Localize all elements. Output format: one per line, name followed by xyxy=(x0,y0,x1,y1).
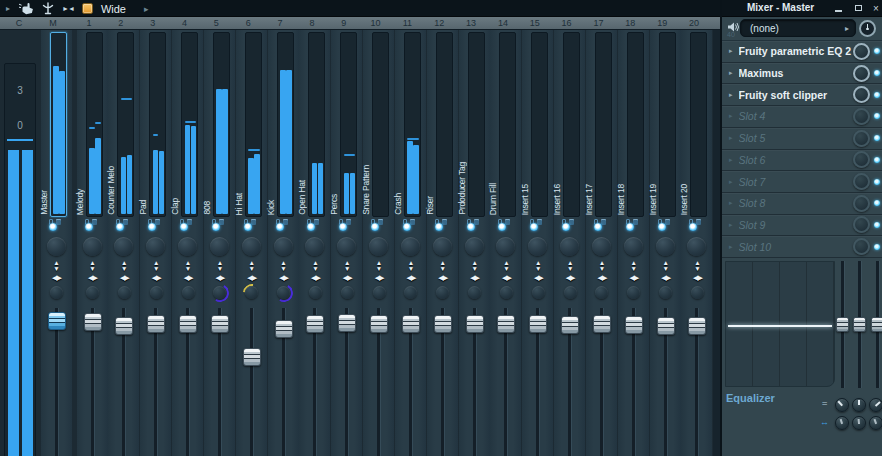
mute-led[interactable] xyxy=(371,223,379,231)
close-button[interactable]: × xyxy=(868,1,882,15)
pan-knob[interactable] xyxy=(274,237,293,256)
view-mode-label[interactable]: Wide xyxy=(101,3,126,15)
record-timer-icon[interactable] xyxy=(859,20,876,37)
effect-slot-5[interactable]: ▸Slot 5 xyxy=(722,128,882,150)
mixer-strip-master[interactable]: Master▲▼◀▶ xyxy=(41,30,72,456)
updown-arrows-icon[interactable]: ▲▼ xyxy=(50,260,64,271)
effect-slot-4[interactable]: ▸Slot 4 xyxy=(722,106,882,128)
updown-arrows-icon[interactable]: ▲▼ xyxy=(531,260,545,271)
pan-knob[interactable] xyxy=(305,237,324,256)
pan-knob[interactable] xyxy=(83,237,102,256)
leftright-arrows-icon[interactable]: ◀▶ xyxy=(149,273,163,282)
updown-arrows-icon[interactable]: ▲▼ xyxy=(595,260,609,271)
stereo-sep-knob[interactable] xyxy=(595,286,608,299)
mute-led[interactable] xyxy=(562,223,570,231)
mixer-strip-counter-melo[interactable]: Counter Melo▲▼◀▶ xyxy=(108,30,139,456)
slot-chevron-icon[interactable]: ▸ xyxy=(729,134,733,142)
leftright-arrows-icon[interactable]: ◀▶ xyxy=(117,273,131,282)
pan-knob[interactable] xyxy=(687,237,706,256)
eq-band-slider-handle[interactable] xyxy=(836,317,849,332)
mute-led[interactable] xyxy=(85,223,93,231)
mute-led[interactable] xyxy=(276,223,284,231)
eq-level-knob-1[interactable] xyxy=(835,398,849,412)
pan-knob[interactable] xyxy=(496,237,515,256)
pan-knob[interactable] xyxy=(47,237,66,256)
stereo-sep-knob[interactable] xyxy=(404,286,417,299)
mixer-strip-crash[interactable]: Crash▲▼◀▶ xyxy=(395,30,426,456)
leftright-arrows-icon[interactable]: ◀▶ xyxy=(436,273,450,282)
updown-arrows-icon[interactable]: ▲▼ xyxy=(340,260,354,271)
mute-led[interactable] xyxy=(498,223,506,231)
pan-knob[interactable] xyxy=(114,237,133,256)
leftright-arrows-icon[interactable]: ◀▶ xyxy=(213,273,227,282)
stereo-sep-knob[interactable] xyxy=(436,286,449,299)
mixer-strip-snare-pattern[interactable]: Snare Pattern▲▼◀▶ xyxy=(363,30,394,456)
volume-fader-handle[interactable] xyxy=(48,312,66,330)
leftright-arrows-icon[interactable]: ◀▶ xyxy=(595,273,609,282)
slot-mix-knob[interactable] xyxy=(853,173,870,190)
eq-freq-knob-2[interactable] xyxy=(852,416,866,430)
slot-mix-knob[interactable] xyxy=(853,43,870,60)
mute-led[interactable] xyxy=(594,223,602,231)
mute-led[interactable] xyxy=(307,223,315,231)
effect-slot-3[interactable]: ▸Fruity soft clipper xyxy=(722,84,882,106)
maximize-button[interactable] xyxy=(850,1,866,15)
stereo-sep-knob[interactable] xyxy=(277,286,290,299)
volume-fader-handle[interactable] xyxy=(593,315,611,333)
volume-fader-handle[interactable] xyxy=(625,316,643,334)
mixer-strip-drum-fill[interactable]: Drum Fill▲▼◀▶ xyxy=(490,30,521,456)
pan-knob[interactable] xyxy=(242,237,261,256)
slot-chevron-icon[interactable]: ▸ xyxy=(729,47,733,55)
slot-mix-knob[interactable] xyxy=(853,130,870,147)
slot-chevron-icon[interactable]: ▸ xyxy=(729,156,733,164)
effect-slot-1[interactable]: ▸Fruity parametric EQ 2 xyxy=(722,41,882,63)
pan-knob[interactable] xyxy=(433,237,452,256)
effect-slot-2[interactable]: ▸Maximus xyxy=(722,63,882,85)
mixer-strip-open-hat[interactable]: Open Hat▲▼◀▶ xyxy=(299,30,330,456)
audio-input-select[interactable]: (none) ▸ xyxy=(740,19,856,37)
mute-led[interactable] xyxy=(403,223,411,231)
leftright-arrows-icon[interactable]: ◀▶ xyxy=(468,273,482,282)
eq-graph[interactable] xyxy=(725,261,835,387)
slot-chevron-icon[interactable]: ▸ xyxy=(729,199,733,207)
mute-led[interactable] xyxy=(339,223,347,231)
slot-enable-led[interactable] xyxy=(874,244,880,250)
slot-enable-led[interactable] xyxy=(874,113,880,119)
slot-enable-led[interactable] xyxy=(874,135,880,141)
volume-fader-handle[interactable] xyxy=(466,315,484,333)
slot-chevron-icon[interactable]: ▸ xyxy=(729,112,733,120)
updown-arrows-icon[interactable]: ▲▼ xyxy=(86,260,100,271)
volume-fader-handle[interactable] xyxy=(275,320,293,338)
mixer-strip-insert-16[interactable]: Insert 16▲▼◀▶ xyxy=(554,30,585,456)
volume-fader-handle[interactable] xyxy=(306,315,324,333)
stereo-sep-knob[interactable] xyxy=(532,286,545,299)
volume-fader-handle[interactable] xyxy=(497,315,515,333)
updown-arrows-icon[interactable]: ▲▼ xyxy=(468,260,482,271)
slot-chevron-icon[interactable]: ▸ xyxy=(729,69,733,77)
effect-slot-7[interactable]: ▸Slot 7 xyxy=(722,171,882,193)
leftright-arrows-icon[interactable]: ◀▶ xyxy=(499,273,513,282)
stereo-sep-knob[interactable] xyxy=(564,286,577,299)
stereo-sep-knob[interactable] xyxy=(341,286,354,299)
stereo-sep-knob[interactable] xyxy=(86,286,99,299)
mixer-strip-insert-18[interactable]: Insert 18▲▼◀▶ xyxy=(618,30,649,456)
updown-arrows-icon[interactable]: ▲▼ xyxy=(499,260,513,271)
stereo-sep-knob[interactable] xyxy=(691,286,704,299)
mute-led[interactable] xyxy=(49,223,57,231)
slot-chevron-icon[interactable]: ▸ xyxy=(729,178,733,186)
updown-arrows-icon[interactable]: ▲▼ xyxy=(245,260,259,271)
volume-fader-handle[interactable] xyxy=(147,315,165,333)
view-mode-next-icon[interactable]: ▸ xyxy=(144,4,149,14)
leftright-arrows-icon[interactable]: ◀▶ xyxy=(690,273,704,282)
slot-enable-led[interactable] xyxy=(874,48,880,54)
eq-band-slider-handle[interactable] xyxy=(853,317,866,332)
updown-arrows-icon[interactable]: ▲▼ xyxy=(436,260,450,271)
slot-mix-knob[interactable] xyxy=(853,216,870,233)
mixer-strip-prdoducer-tag[interactable]: Prdoducer Tag▲▼◀▶ xyxy=(459,30,490,456)
slot-enable-led[interactable] xyxy=(874,179,880,185)
volume-fader-handle[interactable] xyxy=(657,317,675,335)
mixer-strip-insert-15[interactable]: Insert 15▲▼◀▶ xyxy=(522,30,553,456)
slot-mix-knob[interactable] xyxy=(853,151,870,168)
volume-fader-handle[interactable] xyxy=(211,315,229,333)
slot-mix-knob[interactable] xyxy=(853,65,870,82)
